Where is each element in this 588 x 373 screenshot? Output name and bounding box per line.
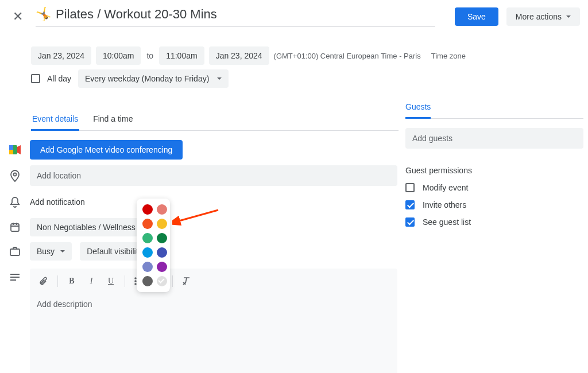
tab-event-details[interactable]: Event details xyxy=(31,111,79,131)
save-button[interactable]: Save xyxy=(455,7,498,26)
calendar-icon xyxy=(8,222,22,232)
add-notification-button[interactable]: Add notification xyxy=(30,192,85,212)
start-time-chip[interactable]: 10:00am xyxy=(96,46,141,65)
calendar-select[interactable]: Non Negotiables / Wellness xyxy=(30,218,153,236)
timezone-link[interactable]: Time zone xyxy=(431,52,466,60)
description-icon xyxy=(8,269,22,281)
tab-find-a-time[interactable]: Find a time xyxy=(92,111,134,130)
timezone-text: (GMT+01:00) Central European Time - Pari… xyxy=(274,52,421,60)
bold-button[interactable]: B xyxy=(63,272,81,290)
visibility-label: Default visibility xyxy=(87,247,142,256)
svg-rect-1 xyxy=(9,145,13,150)
separator xyxy=(57,275,58,287)
end-time-chip[interactable]: 11:00am xyxy=(159,46,204,65)
see-guest-list-label: See guest list xyxy=(423,217,471,227)
more-actions-button[interactable]: More actions xyxy=(506,7,580,26)
event-emoji: 🤸 xyxy=(36,7,51,22)
recurrence-select[interactable]: Every weekday (Monday to Friday) xyxy=(78,69,229,88)
busy-label: Busy xyxy=(37,247,55,256)
allday-label: All day xyxy=(47,74,71,83)
guest-permissions-title: Guest permissions xyxy=(405,166,583,175)
event-title-text: Pilates / Workout 20-30 Mins xyxy=(56,7,435,22)
svg-rect-6 xyxy=(10,249,20,255)
calendar-select-label: Non Negotiables / Wellness xyxy=(37,223,136,232)
see-guest-list-checkbox[interactable] xyxy=(405,217,415,227)
separator xyxy=(405,118,583,119)
color-swatch[interactable] xyxy=(157,204,167,215)
svg-point-8 xyxy=(135,281,136,282)
event-title-field[interactable]: 🤸 Pilates / Workout 20-30 Mins xyxy=(36,6,435,27)
underline-button[interactable]: U xyxy=(102,272,120,290)
close-icon[interactable]: ✕ xyxy=(8,7,28,26)
bell-icon xyxy=(8,196,22,208)
color-swatch[interactable] xyxy=(142,233,153,243)
allday-checkbox[interactable] xyxy=(31,74,40,83)
color-swatch[interactable] xyxy=(142,276,153,286)
clear-format-button[interactable] xyxy=(177,272,196,290)
briefcase-icon xyxy=(8,247,22,256)
add-meet-button[interactable]: Add Google Meet video conferencing xyxy=(30,140,183,160)
color-swatch[interactable] xyxy=(142,262,153,272)
chevron-down-icon xyxy=(217,77,222,80)
recurrence-label: Every weekday (Monday to Friday) xyxy=(85,74,209,83)
meet-icon xyxy=(8,145,22,154)
tab-guests[interactable]: Guests xyxy=(405,102,431,119)
end-date-chip[interactable]: Jan 23, 2024 xyxy=(209,46,269,65)
description-toolbar: B I U xyxy=(30,269,397,294)
invite-others-checkbox[interactable] xyxy=(405,200,415,209)
svg-marker-3 xyxy=(17,145,21,154)
svg-point-4 xyxy=(14,173,17,176)
add-guests-input[interactable]: Add guests xyxy=(405,128,583,149)
color-swatch[interactable] xyxy=(157,247,167,258)
svg-rect-5 xyxy=(11,224,19,231)
color-swatch[interactable] xyxy=(142,204,153,215)
busy-select[interactable]: Busy xyxy=(30,242,72,261)
description-input[interactable]: Add description xyxy=(30,294,397,373)
italic-button[interactable]: I xyxy=(82,272,100,290)
color-swatch[interactable] xyxy=(157,262,167,272)
svg-point-7 xyxy=(135,278,136,279)
color-swatch[interactable] xyxy=(157,233,167,243)
chevron-down-icon xyxy=(60,250,65,252)
modify-event-checkbox[interactable] xyxy=(405,183,415,192)
color-swatch[interactable] xyxy=(142,247,153,258)
svg-rect-2 xyxy=(9,150,13,154)
color-palette-popover[interactable] xyxy=(137,199,170,292)
color-swatch[interactable] xyxy=(157,276,167,286)
separator xyxy=(172,275,173,287)
svg-point-9 xyxy=(135,283,136,285)
invite-others-label: Invite others xyxy=(423,200,466,209)
color-swatch[interactable] xyxy=(142,219,153,229)
more-actions-label: More actions xyxy=(516,12,562,21)
start-date-chip[interactable]: Jan 23, 2024 xyxy=(31,46,91,65)
chevron-down-icon xyxy=(566,15,571,18)
separator xyxy=(125,275,125,287)
location-icon xyxy=(8,169,22,182)
color-swatch[interactable] xyxy=(157,219,167,229)
to-label: to xyxy=(145,51,154,60)
location-input[interactable]: Add location xyxy=(30,165,397,186)
modify-event-label: Modify event xyxy=(423,183,468,192)
attach-icon[interactable] xyxy=(34,272,53,290)
